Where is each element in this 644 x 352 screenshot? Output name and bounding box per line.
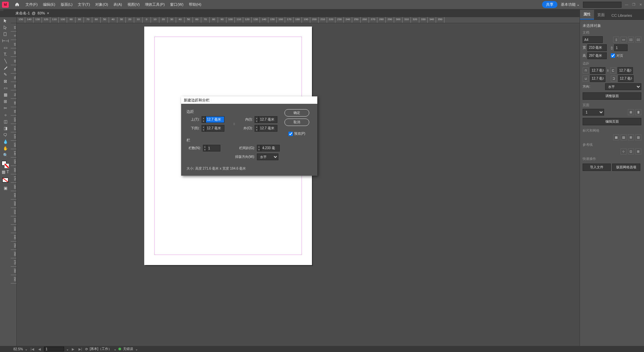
preview-checkbox[interactable] — [288, 132, 293, 136]
apply-none-icon[interactable] — [2, 178, 8, 182]
prev-page-icon[interactable]: ◀ — [37, 347, 42, 351]
free-transform-tool[interactable]: ⟐ — [1, 112, 9, 118]
margin-bottom-input[interactable] — [590, 75, 605, 82]
layout-grid-options-button[interactable]: 版面网格选项 — [612, 164, 640, 171]
zoom-chevron-icon[interactable]: ⌄ — [25, 347, 28, 351]
tab-properties[interactable]: 属性 — [580, 10, 594, 19]
grid-tool-2[interactable]: ⊞ — [1, 98, 9, 104]
gutter-input[interactable] — [261, 145, 280, 151]
content-collector-tool[interactable]: ▭ — [1, 45, 9, 51]
share-button[interactable]: 共享 — [542, 1, 557, 8]
binding-right-icon[interactable]: ▯▯ — [635, 37, 641, 43]
new-page-icon[interactable]: ⊞ — [628, 109, 634, 115]
outside-spinner[interactable]: ▲▼ — [255, 125, 259, 132]
last-page-icon[interactable]: ▶| — [77, 347, 83, 351]
status-chevron-icon[interactable]: ⌄ — [114, 347, 116, 351]
bottom-spinner[interactable]: ▲▼ — [202, 125, 206, 132]
errors-label[interactable]: 无错误 — [123, 347, 133, 351]
count-spinner[interactable]: ▲▼ — [203, 145, 207, 151]
inside-spinner[interactable]: ▲▼ — [255, 116, 259, 123]
direct-selection-tool[interactable] — [1, 25, 9, 31]
adjust-layout-button[interactable]: 调整版面 — [583, 92, 641, 100]
hand-tool[interactable]: ✋ — [1, 145, 9, 151]
canvas[interactable]: 1501401301201101009080706050403020100102… — [11, 17, 580, 346]
gutter-spinner[interactable]: ▲▼ — [257, 145, 261, 151]
selection-tool[interactable] — [1, 18, 9, 24]
document-tab[interactable]: 未命名-1 @ 83% × — [13, 11, 51, 16]
scissors-tool[interactable]: ✂ — [1, 105, 9, 111]
rectangle-tool[interactable]: ▭ — [1, 85, 9, 91]
note-tool[interactable]: 🗨 — [1, 132, 9, 138]
margin-left-input[interactable] — [618, 67, 633, 74]
horizontal-ruler[interactable]: 1501401301201101009080706050403020100102… — [17, 17, 580, 23]
guide-icon-2[interactable]: ⊡ — [628, 148, 634, 155]
gradient-feather-tool[interactable]: ◨ — [1, 125, 9, 131]
zoom-tool[interactable]: 🔍 — [1, 152, 9, 158]
page-number-dropdown[interactable]: 1 — [583, 109, 604, 116]
link-margins-icon[interactable]: 𝟾 — [607, 69, 609, 73]
guide-icon-3[interactable]: ⊞ — [635, 148, 641, 155]
cancel-button[interactable]: 取消 — [284, 119, 309, 126]
grid-icon-4[interactable]: ▥ — [635, 134, 641, 140]
workspace-dropdown[interactable]: 基本功能 ⌄ — [561, 2, 580, 7]
first-page-icon[interactable]: |◀ — [30, 347, 35, 351]
binding-left-icon[interactable]: ▯▯ — [628, 37, 634, 43]
tab-cc-libraries[interactable]: CC Libraries — [608, 11, 635, 19]
outside-input[interactable] — [259, 125, 277, 132]
menu-file[interactable]: 文件(F) — [23, 2, 40, 7]
menu-edit[interactable]: 编辑(E) — [40, 2, 58, 7]
menu-view[interactable]: 视图(V) — [125, 2, 143, 7]
menu-plugins[interactable]: 增效工具(P) — [142, 2, 167, 7]
minimize-icon[interactable]: — — [625, 3, 628, 6]
grid-icon-1[interactable]: ▦ — [613, 134, 619, 140]
orientation-landscape-icon[interactable]: ▭ — [621, 37, 627, 43]
ok-button[interactable]: 确定 — [284, 109, 309, 117]
tab-pages[interactable]: 页面 — [594, 10, 608, 19]
eyedropper-tool[interactable]: 💧 — [1, 139, 9, 145]
pages-input[interactable] — [614, 44, 628, 51]
ruler-origin[interactable] — [11, 17, 17, 23]
preflight-icon[interactable]: ⟳ — [85, 347, 88, 351]
page-chevron-icon[interactable]: ⌄ — [66, 347, 69, 351]
import-file-button[interactable]: 导入文件 — [583, 164, 611, 171]
inside-input[interactable] — [259, 116, 277, 123]
flyout-handle[interactable] — [0, 9, 3, 11]
errors-chevron-icon[interactable]: ⌄ — [135, 347, 138, 351]
maximize-icon[interactable]: ❐ — [632, 3, 635, 6]
page-tool[interactable] — [1, 31, 9, 37]
type-tool[interactable]: T. — [1, 51, 9, 57]
search-input[interactable] — [583, 2, 622, 8]
menu-type[interactable]: 文字(T) — [75, 2, 93, 7]
menu-window[interactable]: 窗口(W) — [167, 2, 186, 7]
format-container-icon[interactable]: ▦ T — [1, 169, 9, 175]
pencil-tool[interactable]: ✎ — [1, 72, 9, 78]
count-input[interactable] — [207, 145, 220, 151]
close-icon[interactable]: ✕ — [639, 3, 642, 6]
guide-icon-1[interactable]: ⊹ — [621, 148, 627, 155]
menu-table[interactable]: 表(A) — [111, 2, 125, 7]
top-input[interactable] — [206, 116, 224, 123]
width-input[interactable] — [587, 44, 607, 51]
vertical-ruler[interactable]: 1001020304050607080901001101201301401501… — [11, 23, 17, 346]
page-preset-dropdown[interactable]: A4 — [583, 36, 603, 43]
fill-stroke-swatch[interactable] — [2, 161, 9, 168]
delete-page-icon[interactable]: 🗑 — [635, 109, 641, 115]
gap-tool[interactable]: ⊢⊣ — [1, 38, 9, 44]
direction-select[interactable]: 水平 — [257, 153, 278, 160]
grid-icon-2[interactable]: ▤ — [621, 134, 627, 140]
facing-pages-checkbox[interactable] — [611, 53, 615, 58]
orientation-portrait-icon[interactable]: ▯ — [613, 37, 619, 43]
line-tool[interactable]: ╲ — [1, 58, 9, 64]
menu-help[interactable]: 帮助(H) — [186, 2, 204, 7]
next-page-icon[interactable]: ▶ — [71, 347, 75, 351]
view-mode-icon[interactable]: ▣ — [1, 185, 9, 191]
rectangle-frame-tool[interactable]: ⊠ — [1, 78, 9, 84]
direction-dropdown[interactable]: 水平 — [605, 83, 641, 90]
grid-tool[interactable]: ▦ — [1, 92, 9, 98]
home-icon[interactable] — [15, 2, 19, 7]
gradient-swatch-tool[interactable]: ◫ — [1, 119, 9, 125]
bottom-input[interactable] — [206, 125, 224, 132]
zoom-level[interactable]: 82.5% — [13, 347, 23, 351]
edit-page-button[interactable]: 编辑页面 — [583, 118, 641, 125]
margin-right-input[interactable] — [618, 75, 634, 82]
